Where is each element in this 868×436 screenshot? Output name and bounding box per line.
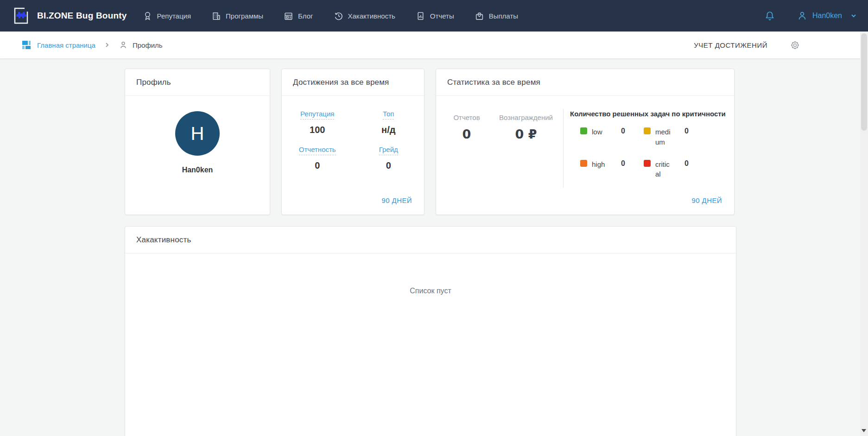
nav-item-label: Блог [298,12,313,20]
dashboard-grid-icon [21,40,32,50]
counter-rewards: Вознаграждений 0 ₽ [494,114,558,196]
statistics-90-days-link[interactable]: 90 ДНЕЙ [436,196,734,215]
bell-icon [764,10,775,21]
profile-card-body: H Han0ken [125,96,270,174]
severity-medium-chip [644,127,651,134]
breadcrumb-bar: Главная страница Профиль УЧЕТ ДОСТИЖЕНИЙ [0,32,868,58]
empty-list-text: Список пуст [125,287,736,295]
breadcrumb-home-link[interactable]: Главная страница [21,40,95,50]
medal-icon [143,11,152,21]
severity-critical-chip [644,160,651,167]
severity-pane: Количество решенных задач по критичности… [564,96,734,196]
hackactivity-card: Хакактивность Список пуст [125,226,736,436]
achievements-accounting-link[interactable]: УЧЕТ ДОСТИЖЕНИЙ [694,41,767,49]
stat-reputation-value: 100 [282,125,353,135]
severity-critical-label: critical [655,159,672,180]
breadcrumb: Главная страница Профиль [21,40,163,50]
severity-high-label: high [592,159,609,170]
counter-rewards-label: Вознаграждений [494,114,558,121]
settings-gear-icon[interactable] [790,40,800,51]
achievements-card-title: Достижения за все время [282,69,424,96]
nav-item-label: Хакактивность [348,12,395,20]
blog-icon [284,11,293,21]
statistics-card: Статистика за все время Отчетов 0 Вознаг… [436,69,735,215]
severity-critical-count: 0 [684,159,689,168]
breadcrumb-current-label: Профиль [133,41,163,49]
severity-low-label: low [592,127,609,137]
profile-card: Профиль H Han0ken [125,69,270,215]
user-menu[interactable]: Han0ken [797,10,858,21]
hackactivity-card-body: Список пуст [125,253,736,295]
chevron-right-icon [104,42,110,48]
severity-medium-count: 0 [684,127,689,135]
history-icon [334,11,343,21]
main-content: Профиль H Han0ken Достижения за все врем… [0,58,746,436]
severity-item-critical: critical 0 [644,159,707,180]
achievements-card: Достижения за все время Репутация 100 То… [281,69,424,215]
severity-medium-label: medium [655,127,672,147]
severity-low-chip [580,127,587,134]
building-icon [211,11,221,21]
severity-title: Количество решенных задач по критичности [570,110,728,118]
top-navbar: BI.ZONE Bug Bounty Репутация Программы [0,0,868,32]
nav-item-blog[interactable]: Блог [284,11,313,21]
stat-reputation: Репутация 100 [282,110,353,135]
counter-rewards-value: 0 ₽ [494,127,558,141]
severity-low-count: 0 [621,127,625,135]
notifications-button[interactable] [764,10,775,21]
nav-menu: Репутация Программы Блог [143,11,518,21]
nav-item-programs[interactable]: Программы [211,11,263,21]
severity-high-count: 0 [621,159,625,168]
breadcrumb-actions: УЧЕТ ДОСТИЖЕНИЙ [694,40,800,51]
stat-grade-label[interactable]: Грейд [379,145,398,155]
stat-grade: Грейд 0 [353,145,424,171]
counters: Отчетов 0 Вознаграждений 0 ₽ [436,96,558,196]
stat-grade-value: 0 [353,160,424,171]
scrollbar-down-arrow-icon[interactable] [862,429,866,432]
nav-item-label: Отчеты [430,12,454,20]
vertical-scrollbar[interactable] [860,32,868,436]
severity-item-high: high 0 [580,159,644,180]
nav-item-label: Выплаты [489,12,518,20]
severity-high-chip [580,160,587,167]
brand-name: BI.ZONE Bug Bounty [37,11,127,21]
user-name: Han0ken [812,12,842,20]
stat-reporting: Отчетность 0 [282,145,353,171]
scrollbar-thumb[interactable] [861,33,867,131]
nav-item-hackactivity[interactable]: Хакактивность [334,11,395,21]
nav-item-reputation[interactable]: Репутация [143,11,191,21]
counter-reports-value: 0 [447,127,486,141]
chevron-down-icon [849,12,858,20]
nav-item-label: Репутация [157,12,191,20]
nav-item-reports[interactable]: Отчеты [416,11,454,21]
brand[interactable]: BI.ZONE Bug Bounty [12,6,127,25]
stat-reporting-value: 0 [282,160,353,171]
achievements-grid: Репутация 100 Топ н/д Отчетность 0 Грейд… [282,96,424,171]
counter-reports: Отчетов 0 [447,114,486,196]
nav-item-label: Программы [226,12,263,20]
profile-icon [119,40,128,50]
stat-top: Топ н/д [353,110,424,135]
stat-reputation-label[interactable]: Репутация [300,110,334,120]
briefcase-icon [475,11,484,21]
stat-top-value: н/д [353,125,424,135]
severity-item-medium: medium 0 [644,127,707,147]
stat-reporting-label[interactable]: Отчетность [299,145,336,155]
breadcrumb-home-label: Главная страница [37,41,95,49]
statistics-card-body: Отчетов 0 Вознаграждений 0 ₽ Количество … [436,96,734,196]
user-icon [797,10,808,21]
statistics-card-title: Статистика за все время [436,69,734,96]
profile-username: Han0ken [182,166,213,174]
achievements-90-days-link[interactable]: 90 ДНЕЙ [282,196,424,215]
avatar: H [175,111,220,156]
report-icon [416,11,425,21]
nav-item-payments[interactable]: Выплаты [475,11,518,21]
stat-top-label[interactable]: Топ [383,110,394,120]
severity-grid: low 0 medium 0 high 0 [580,127,728,179]
counter-reports-label: Отчетов [447,114,486,121]
summary-cards-row: Профиль H Han0ken Достижения за все врем… [125,69,746,215]
hackactivity-card-title: Хакактивность [125,227,736,253]
profile-card-title: Профиль [125,69,270,96]
bizone-bug-logo-icon [12,6,31,25]
breadcrumb-current: Профиль [119,40,163,50]
